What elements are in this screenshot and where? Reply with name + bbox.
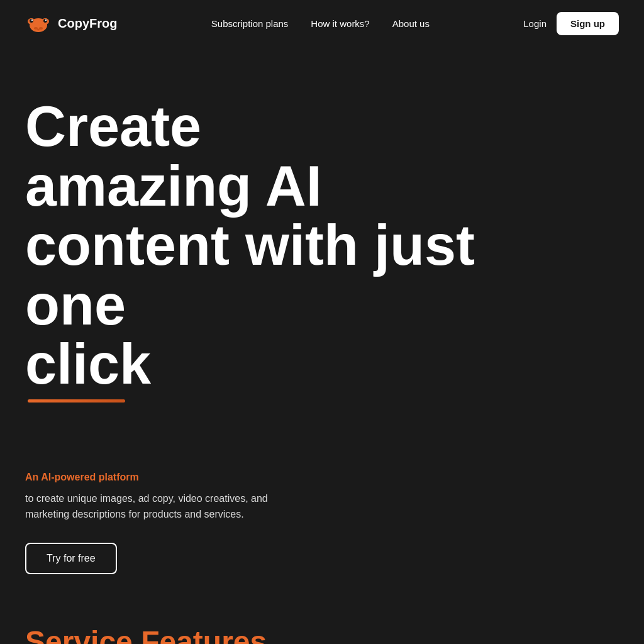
- hero-line-2: amazing AI: [25, 155, 322, 218]
- nav-about-us[interactable]: About us: [392, 18, 430, 29]
- svg-point-8: [39, 27, 43, 30]
- logo-icon: [25, 10, 52, 36]
- svg-point-6: [45, 19, 47, 21]
- login-button[interactable]: Login: [523, 18, 547, 29]
- sub-label: An AI-powered platform: [25, 472, 619, 483]
- signup-button[interactable]: Sign up: [557, 12, 619, 35]
- nav-how-it-works[interactable]: How it works?: [311, 18, 369, 29]
- sub-description: to create unique images, ad copy, video …: [25, 491, 302, 523]
- nav-subscription-plans[interactable]: Subscription plans: [211, 18, 289, 29]
- auth-buttons: Login Sign up: [523, 12, 619, 35]
- features-title: Service Features: [25, 625, 619, 644]
- hero-line-4: click: [25, 333, 151, 396]
- nav-links: Subscription plans How it works? About u…: [211, 18, 430, 29]
- hero-underline: [28, 399, 125, 402]
- hero-line-1: Create: [25, 95, 201, 158]
- svg-point-4: [43, 19, 47, 23]
- hero-section: Create amazing AI content with just one …: [0, 47, 644, 440]
- sub-section: An AI-powered platform to create unique …: [0, 440, 644, 599]
- features-section: Service Features CopyFrog is the AI-powe…: [0, 599, 644, 644]
- svg-point-9: [37, 29, 40, 31]
- svg-point-3: [30, 19, 33, 23]
- try-for-free-button[interactable]: Try for free: [25, 543, 117, 574]
- svg-point-7: [34, 27, 38, 30]
- brand-area: CopyFrog: [25, 10, 117, 36]
- svg-point-5: [31, 19, 33, 21]
- hero-line-3: content with just one: [25, 214, 475, 336]
- hero-headline: Create amazing AI content with just one …: [25, 97, 572, 394]
- brand-name: CopyFrog: [58, 16, 117, 31]
- navbar: CopyFrog Subscription plans How it works…: [0, 0, 644, 47]
